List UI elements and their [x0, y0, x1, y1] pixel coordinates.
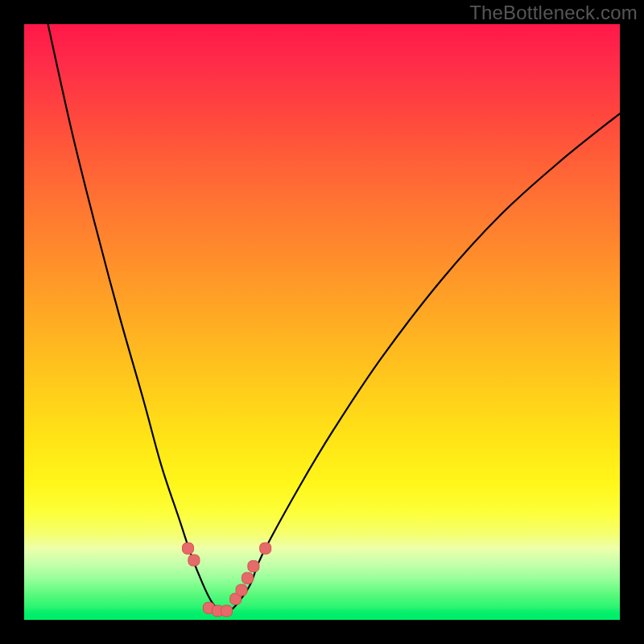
curve-marker	[188, 555, 200, 566]
curve-marker	[183, 543, 194, 554]
bottleneck-curve	[48, 24, 620, 612]
curve-marker	[260, 543, 271, 554]
curve-marker	[242, 572, 254, 584]
curve-marker	[248, 560, 259, 572]
green-axis-band	[24, 607, 620, 620]
curve-marker	[230, 593, 242, 605]
chart-frame: TheBottleneck.com	[0, 0, 644, 644]
plot-area	[24, 24, 620, 620]
watermark-text: TheBottleneck.com	[469, 2, 638, 24]
curve-layer	[24, 24, 620, 620]
marker-group	[183, 543, 271, 617]
curve-marker	[236, 584, 247, 596]
